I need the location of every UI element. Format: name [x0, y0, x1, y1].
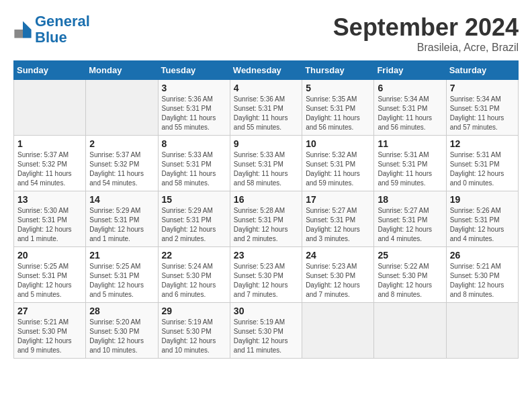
- logo-line2: Blue: [35, 29, 67, 46]
- calendar-cell: 25 Sunrise: 5:22 AMSunset: 5:30 PMDaylig…: [374, 247, 446, 303]
- day-info: Sunrise: 5:28 AMSunset: 5:31 PMDaylight:…: [234, 206, 298, 244]
- calendar-cell: 19 Sunrise: 5:26 AMSunset: 5:31 PMDaylig…: [446, 191, 518, 247]
- day-number: 6: [378, 83, 442, 93]
- logo: General Blue: [13, 13, 90, 46]
- calendar-table: SundayMondayTuesdayWednesdayThursdayFrid…: [13, 60, 519, 359]
- day-number: 11: [378, 138, 442, 149]
- day-number: 25: [378, 250, 442, 261]
- weekday-header: Wednesday: [230, 61, 302, 80]
- day-info: Sunrise: 5:21 AMSunset: 5:30 PMDaylight:…: [450, 262, 515, 300]
- day-info: Sunrise: 5:27 AMSunset: 5:31 PMDaylight:…: [378, 206, 442, 244]
- weekday-header: Saturday: [446, 61, 518, 80]
- calendar-cell: 3 Sunrise: 5:36 AMSunset: 5:31 PMDayligh…: [158, 80, 230, 136]
- day-info: Sunrise: 5:24 AMSunset: 5:30 PMDaylight:…: [162, 262, 226, 300]
- day-number: 18: [378, 194, 442, 205]
- calendar-cell: 22 Sunrise: 5:24 AMSunset: 5:30 PMDaylig…: [158, 247, 230, 303]
- calendar-cell: 29 Sunrise: 5:19 AMSunset: 5:30 PMDaylig…: [158, 303, 230, 359]
- day-number: 24: [306, 250, 370, 261]
- day-number: 17: [306, 194, 370, 205]
- calendar-cell: 28 Sunrise: 5:20 AMSunset: 5:30 PMDaylig…: [86, 303, 158, 359]
- day-info: Sunrise: 5:29 AMSunset: 5:31 PMDaylight:…: [162, 206, 226, 244]
- day-info: Sunrise: 5:34 AMSunset: 5:31 PMDaylight:…: [450, 95, 515, 132]
- day-info: Sunrise: 5:19 AMSunset: 5:30 PMDaylight:…: [234, 318, 298, 355]
- calendar-cell: 2 Sunrise: 5:37 AMSunset: 5:32 PMDayligh…: [86, 136, 158, 191]
- title-block: September 2024 Brasileia, Acre, Brazil: [333, 13, 519, 54]
- day-info: Sunrise: 5:20 AMSunset: 5:30 PMDaylight:…: [89, 318, 154, 355]
- day-info: Sunrise: 5:27 AMSunset: 5:31 PMDaylight:…: [306, 206, 370, 244]
- calendar-cell: 6 Sunrise: 5:34 AMSunset: 5:31 PMDayligh…: [374, 80, 446, 136]
- calendar-cell: 7 Sunrise: 5:34 AMSunset: 5:31 PMDayligh…: [446, 80, 518, 136]
- calendar-cell: [14, 80, 86, 136]
- day-info: Sunrise: 5:30 AMSunset: 5:31 PMDaylight:…: [17, 206, 82, 244]
- calendar-cell: 17 Sunrise: 5:27 AMSunset: 5:31 PMDaylig…: [302, 191, 374, 247]
- calendar-cell: 11 Sunrise: 5:31 AMSunset: 5:31 PMDaylig…: [374, 136, 446, 191]
- day-info: Sunrise: 5:29 AMSunset: 5:31 PMDaylight:…: [89, 206, 154, 244]
- day-info: Sunrise: 5:36 AMSunset: 5:31 PMDaylight:…: [162, 95, 226, 132]
- calendar-cell: 9 Sunrise: 5:33 AMSunset: 5:31 PMDayligh…: [230, 136, 302, 191]
- calendar-cell: 5 Sunrise: 5:35 AMSunset: 5:31 PMDayligh…: [302, 80, 374, 136]
- day-number: 14: [89, 194, 154, 205]
- day-number: 26: [450, 250, 515, 261]
- day-info: Sunrise: 5:32 AMSunset: 5:31 PMDaylight:…: [306, 150, 370, 188]
- calendar-cell: 1 Sunrise: 5:37 AMSunset: 5:32 PMDayligh…: [14, 136, 86, 191]
- calendar-cell: 10 Sunrise: 5:32 AMSunset: 5:31 PMDaylig…: [302, 136, 374, 191]
- svg-marker-2: [23, 30, 32, 38]
- calendar-row: 20 Sunrise: 5:25 AMSunset: 5:31 PMDaylig…: [14, 247, 519, 303]
- day-info: Sunrise: 5:23 AMSunset: 5:30 PMDaylight:…: [234, 262, 298, 300]
- calendar-cell: 27 Sunrise: 5:21 AMSunset: 5:30 PMDaylig…: [14, 303, 86, 359]
- calendar-cell: [374, 303, 446, 359]
- day-number: 21: [89, 250, 154, 261]
- day-info: Sunrise: 5:26 AMSunset: 5:31 PMDaylight:…: [450, 206, 515, 244]
- calendar-cell: [302, 303, 374, 359]
- day-number: 23: [234, 250, 298, 261]
- day-number: 12: [450, 138, 515, 149]
- logo-text: General Blue: [35, 13, 90, 46]
- day-info: Sunrise: 5:33 AMSunset: 5:31 PMDaylight:…: [162, 150, 226, 188]
- page-header: General Blue September 2024 Brasileia, A…: [13, 13, 519, 54]
- calendar-cell: [446, 303, 518, 359]
- calendar-cell: 16 Sunrise: 5:28 AMSunset: 5:31 PMDaylig…: [230, 191, 302, 247]
- day-info: Sunrise: 5:36 AMSunset: 5:31 PMDaylight:…: [234, 95, 298, 132]
- calendar-cell: 8 Sunrise: 5:33 AMSunset: 5:31 PMDayligh…: [158, 136, 230, 191]
- day-info: Sunrise: 5:25 AMSunset: 5:31 PMDaylight:…: [89, 262, 154, 300]
- day-number: 10: [306, 138, 370, 149]
- day-info: Sunrise: 5:21 AMSunset: 5:30 PMDaylight:…: [17, 318, 82, 355]
- weekday-header: Monday: [86, 61, 158, 80]
- day-number: 27: [17, 306, 82, 316]
- day-number: 2: [89, 138, 154, 149]
- calendar-row: 27 Sunrise: 5:21 AMSunset: 5:30 PMDaylig…: [14, 303, 519, 359]
- day-info: Sunrise: 5:34 AMSunset: 5:31 PMDaylight:…: [378, 95, 442, 132]
- logo-line1: General: [35, 13, 90, 30]
- month-title: September 2024: [333, 13, 519, 42]
- calendar-row: 3 Sunrise: 5:36 AMSunset: 5:31 PMDayligh…: [14, 80, 519, 136]
- location: Brasileia, Acre, Brazil: [333, 42, 519, 54]
- weekday-header: Sunday: [14, 61, 86, 80]
- calendar-cell: 24 Sunrise: 5:23 AMSunset: 5:30 PMDaylig…: [302, 247, 374, 303]
- day-info: Sunrise: 5:37 AMSunset: 5:32 PMDaylight:…: [89, 150, 154, 188]
- day-number: 8: [162, 138, 226, 149]
- day-info: Sunrise: 5:23 AMSunset: 5:30 PMDaylight:…: [306, 262, 370, 300]
- day-info: Sunrise: 5:25 AMSunset: 5:31 PMDaylight:…: [17, 262, 82, 300]
- weekday-header: Friday: [374, 61, 446, 80]
- weekday-header: Tuesday: [158, 61, 230, 80]
- day-number: 30: [234, 306, 298, 316]
- day-number: 28: [89, 306, 154, 316]
- day-number: 22: [162, 250, 226, 261]
- day-number: 29: [162, 306, 226, 316]
- day-number: 7: [450, 83, 515, 93]
- weekday-header-row: SundayMondayTuesdayWednesdayThursdayFrid…: [14, 61, 519, 80]
- day-info: Sunrise: 5:35 AMSunset: 5:31 PMDaylight:…: [306, 95, 370, 132]
- svg-marker-3: [14, 30, 23, 38]
- calendar-cell: [86, 80, 158, 136]
- day-number: 16: [234, 194, 298, 205]
- calendar-cell: 13 Sunrise: 5:30 AMSunset: 5:31 PMDaylig…: [14, 191, 86, 247]
- day-info: Sunrise: 5:22 AMSunset: 5:30 PMDaylight:…: [378, 262, 442, 300]
- day-info: Sunrise: 5:31 AMSunset: 5:31 PMDaylight:…: [450, 150, 515, 188]
- calendar-row: 13 Sunrise: 5:30 AMSunset: 5:31 PMDaylig…: [14, 191, 519, 247]
- day-info: Sunrise: 5:33 AMSunset: 5:31 PMDaylight:…: [234, 150, 298, 188]
- calendar-cell: 14 Sunrise: 5:29 AMSunset: 5:31 PMDaylig…: [86, 191, 158, 247]
- day-info: Sunrise: 5:31 AMSunset: 5:31 PMDaylight:…: [378, 150, 442, 188]
- weekday-header: Thursday: [302, 61, 374, 80]
- day-number: 3: [162, 83, 226, 93]
- calendar-cell: 15 Sunrise: 5:29 AMSunset: 5:31 PMDaylig…: [158, 191, 230, 247]
